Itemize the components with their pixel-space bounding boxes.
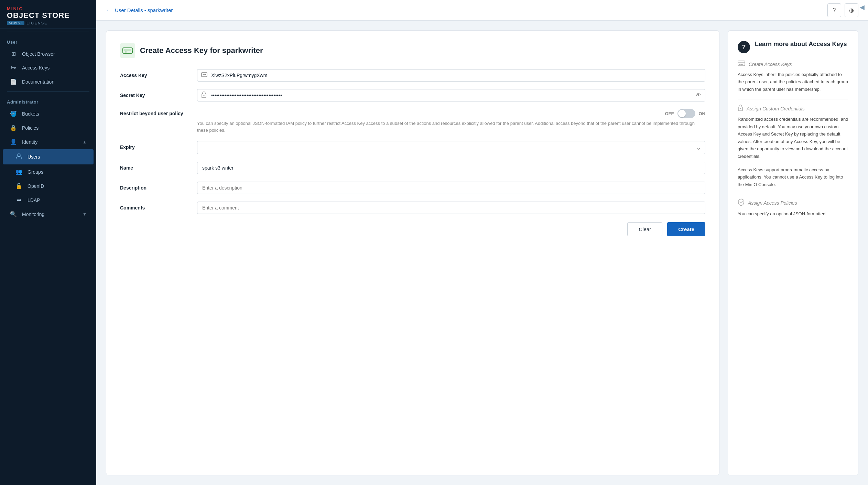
comments-row: Comments [120,202,705,214]
policies-icon: 🔒 [10,125,17,131]
license-badge: AGPLV3 [7,21,24,25]
description-row: Description [120,182,705,194]
help-icon: ? [833,7,836,13]
help-button[interactable]: ? [827,3,841,17]
description-input[interactable] [197,182,705,194]
name-input[interactable] [197,162,705,174]
svg-point-4 [127,52,128,53]
sidebar-item-monitoring[interactable]: 🔍 Monitoring ▼ [3,207,94,221]
sidebar-item-openid[interactable]: 🔓 OpenID [3,179,94,193]
clear-button[interactable]: Clear [627,222,662,236]
svg-rect-9 [738,61,745,66]
sidebar-item-buckets[interactable]: 🪣 Buckets [3,107,94,120]
info-section-create-text: Access Keys inherit the policies explici… [738,71,848,93]
monitoring-expand-icon: ▼ [83,212,87,217]
access-key-label: Access Key [120,69,189,78]
name-row: Name [120,162,705,174]
info-section-policies-title: Assign Access Policies [748,200,797,206]
theme-icon: ◑ [849,7,854,13]
monitoring-icon: 🔍 [10,211,17,217]
sidebar-item-label: Users [28,154,40,160]
topbar: ← User Details - sparkwriter ? ◑ [96,0,868,21]
secret-key-visibility-toggle[interactable]: 👁 [696,92,701,98]
toggle-on-label: ON [699,111,706,116]
sidebar-divider-1 [7,32,89,32]
secret-key-row: Secret Key 👁 [120,89,705,101]
sidebar-item-users[interactable]: Users [3,149,94,164]
comments-label: Comments [120,202,189,211]
svg-point-8 [204,95,205,96]
identity-expand-icon: ▲ [83,140,87,144]
form-actions: Clear Create [120,222,705,236]
access-keys-icon: 🗝 [10,65,17,71]
access-key-input-wrap [197,69,705,82]
sidebar-item-ldap[interactable]: ➡ LDAP [3,193,94,207]
info-section-create-header: Create Access Keys [738,60,848,68]
sidebar-item-label: Monitoring [22,212,78,217]
info-divider-2 [738,193,848,193]
info-header-icon: ? [738,41,750,53]
sidebar-item-policies[interactable]: 🔒 Policies [3,121,94,134]
brand-minio: MINIO [7,6,70,11]
back-label: User Details - sparkwriter [115,7,173,13]
svg-point-0 [18,154,20,157]
buckets-icon: 🪣 [10,110,17,117]
sidebar-section-user: User [0,35,96,47]
access-key-input[interactable] [197,69,705,82]
description-input-wrap [197,182,705,194]
restrict-policy-toggle[interactable] [677,109,695,118]
info-section-policies: Assign Access Policies You can specify a… [738,198,848,217]
sidebar-item-groups[interactable]: 👥 Groups [3,165,94,179]
info-section-creds-title: Assign Custom Credentials [747,106,805,111]
sidebar-item-object-browser[interactable]: ⊞ Object Browser [3,47,94,61]
expiry-row: Expiry ⌄ [120,141,705,154]
svg-rect-7 [204,74,206,75]
access-key-input-icon [201,72,207,79]
sidebar-item-label: Object Browser [22,51,87,57]
svg-point-6 [203,74,204,75]
secret-key-input[interactable] [197,89,705,101]
page-content: Create Access Key for sparkwriter Access… [96,21,868,485]
main-content: ← User Details - sparkwriter ? ◑ [96,0,868,485]
sidebar-logo: MINIO OBJECT STORE AGPLV3 LICENSE ◀ [0,0,96,29]
info-section-creds-text: Randomized access credentials are recomm… [738,116,848,160]
svg-point-10 [739,64,740,65]
toggle-knob [678,110,686,117]
restrict-policy-label: Restrict beyond user policy [120,111,189,116]
restrict-policy-control: OFF ON [197,109,705,118]
theme-toggle-button[interactable]: ◑ [845,3,858,17]
toggle-off-label: OFF [665,111,674,116]
ldap-icon: ➡ [15,197,23,203]
info-section-policies-text: You can specify an optional JSON-formatt… [738,210,848,217]
back-link[interactable]: ← User Details - sparkwriter [106,7,173,14]
description-label: Description [120,182,189,191]
secret-key-label: Secret Key [120,89,189,98]
comments-input-wrap [197,202,705,214]
sidebar-item-label: Groups [28,169,43,175]
sidebar-divider-2 [7,91,89,92]
policy-desc-row: You can specify an optional JSON-formatt… [120,120,705,133]
sidebar-item-access-keys[interactable]: 🗝 Access Keys [3,61,94,74]
secret-key-input-icon [201,91,207,99]
secret-key-input-wrap: 👁 [197,89,705,101]
expiry-select[interactable] [197,141,705,154]
sidebar-item-identity[interactable]: 👤 Identity ▲ [3,135,94,149]
info-section-policies-header: Assign Access Policies [738,198,848,207]
topbar-actions: ? ◑ [827,3,858,17]
sidebar-section-admin: Administrator [0,95,96,107]
svg-point-12 [740,108,741,109]
info-creds-icon [738,104,743,113]
license-text: LICENSE [26,21,47,25]
documentation-icon: 📄 [10,78,17,85]
sidebar-item-documentation[interactable]: 📄 Documentation [3,75,94,88]
info-create-icon [738,60,745,68]
create-access-key-form: Create Access Key for sparkwriter Access… [106,30,719,475]
openid-icon: 🔓 [15,183,23,189]
users-icon [15,153,23,161]
comments-input[interactable] [197,202,705,214]
brand-license: AGPLV3 LICENSE [7,21,70,25]
sidebar-item-label: OpenID [28,183,44,189]
sidebar-item-label: Documentation [22,79,87,85]
create-button[interactable]: Create [667,222,705,236]
info-section-create-title: Create Access Keys [749,62,792,67]
